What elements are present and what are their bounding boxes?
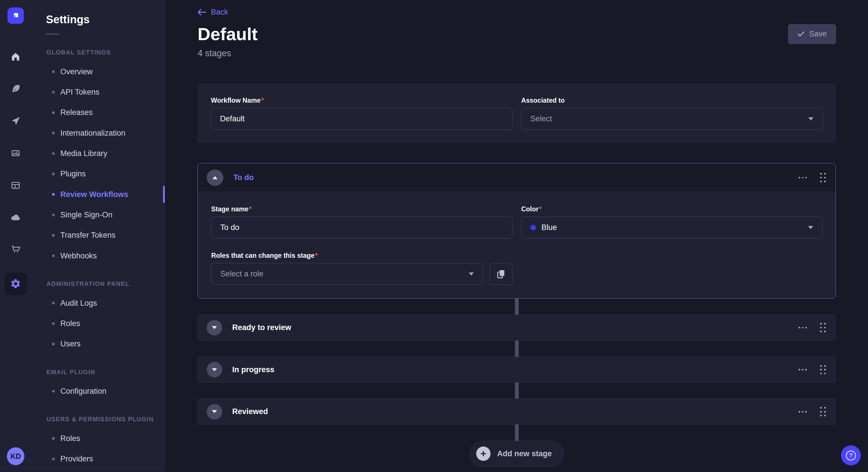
associated-to-select[interactable]: Select xyxy=(521,108,823,130)
main-content: Back Default 4 stages Save Workflow Name… xyxy=(165,0,868,472)
stage-todo-header[interactable]: To do xyxy=(198,164,836,192)
settings-nav-item[interactable]: Review Workflows xyxy=(32,184,165,205)
add-stage-label: Add new stage xyxy=(497,449,552,458)
settings-nav-item[interactable]: Roles xyxy=(32,429,165,449)
settings-nav-item[interactable]: Audit Logs xyxy=(32,293,165,313)
settings-nav-item[interactable]: Plugins xyxy=(32,164,165,184)
stage-options-icon[interactable] xyxy=(796,175,809,181)
bullet-icon xyxy=(52,132,55,134)
add-new-stage-button[interactable]: + Add new stage xyxy=(469,441,564,467)
nav-item-label: Roles xyxy=(60,319,80,328)
workflow-name-label: Workflow Name* xyxy=(211,97,513,104)
settings-nav-item[interactable]: Media Library xyxy=(32,143,165,164)
settings-nav-item[interactable]: Releases xyxy=(32,102,165,123)
nav-item-label: Providers xyxy=(60,454,93,463)
settings-nav-item[interactable]: Overview xyxy=(32,62,165,82)
logo-tile[interactable] xyxy=(0,0,31,32)
content-builder-feather-icon[interactable] xyxy=(5,80,27,98)
title-rule xyxy=(46,34,59,35)
chevron-down-icon xyxy=(212,326,217,329)
expand-stage-button[interactable] xyxy=(207,320,222,336)
drag-handle-icon[interactable] xyxy=(819,322,827,333)
stage-roles-select[interactable]: Select a role xyxy=(211,263,483,285)
chevron-down-icon xyxy=(212,368,217,371)
stage-row[interactable]: In progress xyxy=(197,357,836,383)
duplicate-stage-button[interactable] xyxy=(490,263,513,285)
back-link[interactable]: Back xyxy=(197,8,228,16)
workflow-name-input[interactable] xyxy=(211,108,513,130)
settings-nav-item[interactable]: Single Sign-On xyxy=(32,205,165,225)
drag-handle-icon[interactable] xyxy=(819,406,827,417)
settings-nav-item[interactable]: Webhooks xyxy=(32,246,165,266)
section-label: USERS & PERMISSIONS PLUGIN xyxy=(32,416,165,423)
stage-card-todo: To do Stage name* Color* xyxy=(197,163,836,299)
stage-options-icon[interactable] xyxy=(796,325,809,331)
expand-stage-button[interactable] xyxy=(207,362,222,377)
required-marker: * xyxy=(539,205,541,213)
stage-color-select[interactable]: Blue xyxy=(521,216,823,239)
settings-nav-section: EMAIL PLUGIN Configuration xyxy=(32,369,165,402)
help-button[interactable]: ? xyxy=(841,445,861,465)
deploy-send-icon[interactable] xyxy=(5,112,27,130)
nav-item-label: Transfer Tokens xyxy=(60,231,115,240)
settings-nav-section: GLOBAL SETTINGS Overview API Tokens Rele… xyxy=(32,49,165,266)
settings-nav-section: USERS & PERMISSIONS PLUGIN Roles Provide… xyxy=(32,416,165,469)
back-label: Back xyxy=(211,8,228,16)
stage-roles-placeholder: Select a role xyxy=(220,270,264,278)
settings-nav-item[interactable]: Users xyxy=(32,334,165,354)
media-library-icon[interactable] xyxy=(5,144,27,162)
stage-list-collapsed: Ready to review In progress Reviewed xyxy=(197,299,836,425)
stage-row[interactable]: Reviewed xyxy=(197,399,836,425)
user-avatar[interactable]: KD xyxy=(7,447,25,465)
stage-name-field: Stage name* xyxy=(211,205,513,239)
settings-nav-item[interactable]: Internationalization xyxy=(32,123,165,143)
stage-roles-field: Roles that can change this stage* Select… xyxy=(211,252,483,285)
chevron-down-icon xyxy=(469,272,474,276)
question-mark-icon: ? xyxy=(846,450,856,461)
required-marker: * xyxy=(261,97,264,104)
bullet-icon xyxy=(52,91,55,94)
section-label: EMAIL PLUGIN xyxy=(32,369,165,376)
save-button[interactable]: Save xyxy=(788,24,836,44)
stage-title: Ready to review xyxy=(232,323,291,332)
associated-to-placeholder: Select xyxy=(530,114,552,123)
bullet-icon xyxy=(52,152,55,155)
bullet-icon xyxy=(52,390,55,393)
settings-nav-item[interactable]: Providers xyxy=(32,449,165,469)
bullet-icon xyxy=(52,111,55,114)
settings-nav-item[interactable]: API Tokens xyxy=(32,82,165,102)
collapse-stage-button[interactable] xyxy=(207,169,223,186)
stage-options-icon[interactable] xyxy=(796,409,809,415)
back-arrow-icon xyxy=(197,9,206,15)
strapi-logo-icon xyxy=(7,7,24,24)
settings-gear-icon[interactable] xyxy=(5,273,27,295)
stage-title: In progress xyxy=(232,365,274,374)
marketplace-cart-icon[interactable] xyxy=(5,241,27,258)
page-title: Default xyxy=(197,24,257,44)
stage-title: To do xyxy=(234,173,254,182)
bullet-icon xyxy=(52,437,55,440)
stage-row[interactable]: Ready to review xyxy=(197,314,836,341)
stage-name-label: Stage name* xyxy=(211,205,513,213)
drag-handle-icon[interactable] xyxy=(819,172,827,183)
expand-stage-button[interactable] xyxy=(207,404,222,419)
color-value: Blue xyxy=(541,223,557,232)
bullet-icon xyxy=(52,458,55,461)
cloud-icon[interactable] xyxy=(5,208,27,226)
save-label: Save xyxy=(809,30,827,38)
bullet-icon xyxy=(52,70,55,73)
settings-nav-item[interactable]: Roles xyxy=(32,313,165,334)
icon-rail: KD xyxy=(0,0,32,472)
required-marker: * xyxy=(249,205,252,213)
home-icon[interactable] xyxy=(5,48,27,66)
nav-item-label: Plugins xyxy=(60,169,86,178)
drag-handle-icon[interactable] xyxy=(819,364,827,375)
stage-options-icon[interactable] xyxy=(796,367,809,373)
settings-nav-item[interactable]: Transfer Tokens xyxy=(32,225,165,245)
content-manager-layout-icon[interactable] xyxy=(5,176,27,194)
section-label: GLOBAL SETTINGS xyxy=(32,49,165,56)
stage-name-input[interactable] xyxy=(211,216,513,239)
section-label: ADMINISTRATION PANEL xyxy=(32,280,165,287)
bullet-icon xyxy=(52,302,55,305)
settings-nav-item[interactable]: Configuration xyxy=(32,381,165,401)
